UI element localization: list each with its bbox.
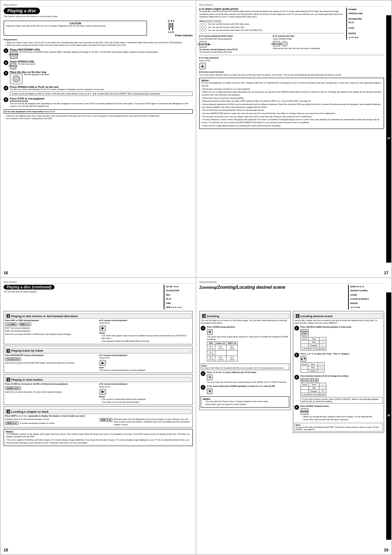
resume-title-fast: ■ To resume normal playback	[99, 319, 192, 322]
bottom-left-subtitle: You can play discs at various speeds.	[4, 291, 162, 293]
remote-btn-slow: SLOW ◄I I►	[166, 285, 193, 289]
search-icon: SEARCH JUMP	[301, 329, 309, 336]
locating-column: ☰ Locating desired scene Use the title, …	[293, 311, 384, 433]
locating-desc1b: To locate succeeding chapters or tracks.	[20, 422, 55, 425]
step-3-desc: With the playback side down	[24, 73, 49, 76]
step-3-num: 3	[4, 71, 8, 76]
note-item-6: • Do not move the unit during playback. …	[201, 109, 382, 112]
prep-item-1: When you want to view a disc, turn on th…	[5, 41, 193, 44]
remove-text: Press OPEN/CLOSE.	[273, 38, 344, 40]
skip-back-icon: SKIP ◄◄|	[99, 418, 113, 422]
wrong-number-note: • If you input a wrong number, press CLE…	[301, 397, 383, 404]
zoom-icon-2: ⊕	[207, 388, 213, 394]
note-item-2: • When you set a single-faced disc label…	[201, 91, 382, 96]
zoom-table: DVD Video CD JPEG CD Q.1(×1.5) Q.1(×1.5)…	[207, 341, 238, 361]
locating-during: Press SKIP |◄◄ or ►► repeatedly to displ…	[5, 415, 191, 417]
fwd-btn: FWD ►►	[19, 323, 31, 326]
resume-text-frame: Press PLAY.	[99, 357, 192, 359]
remote-btn-pause: PAUSE/STEP	[166, 289, 193, 293]
page-title-top-left: Playing a disc	[4, 8, 40, 14]
pause-block: ■ To pause playback (still mode) Press P…	[199, 35, 271, 53]
step-2: 2 Press OPEN/CLOSE. OPEN/CLOSE The disc …	[4, 60, 193, 69]
step-5-subtitle: ■ Resuming facility	[10, 100, 193, 102]
power-diagram: 2, 4 3 1 4 5 Power indicator	[149, 20, 193, 37]
rev-btn: ◄◄ REV	[5, 323, 17, 326]
note-item-3: • Some discs may not work the resuming f…	[201, 97, 382, 100]
pause-text: Press PAUSE/STEP during playback.	[199, 38, 271, 40]
locating-bottom-note: Note: In case of the Video CD playback w…	[294, 423, 383, 432]
note-item-4: • Resuming cannot function when you play…	[201, 100, 382, 103]
step-5-subdesc: The unit records the stopped point, depe…	[10, 102, 193, 108]
notes-title-slow: Notes:	[99, 396, 192, 398]
locating-chapter-section: ☰ Locating a chapter or track Press SKIP…	[4, 406, 193, 428]
remote-btn-zoom: ZOOM	[350, 293, 379, 297]
locating-step-2-title: Press ▲ or ▼ to select the 'Time', 'Titl…	[301, 353, 383, 355]
preparations-list: When you want to view a disc, turn on th…	[4, 41, 193, 47]
pause-play-label: II▶	[208, 43, 211, 45]
fast-notes: The DVD video player mutes sound and sub…	[99, 335, 192, 343]
stop-title: ■ To stop playback	[199, 57, 384, 60]
locating-chapter-title: ☰ Locating a chapter or track	[5, 409, 191, 414]
resume-text-slow: Press PLAY.	[99, 386, 192, 388]
remote-btn-arrows: ▲/▼/◄/►	[350, 305, 379, 309]
step-4-desc: The disc tray closes automatically. On t…	[10, 88, 193, 91]
diagram-sub: 1 4 5	[149, 31, 193, 33]
pause-title: ■ To pause playback (still mode)	[199, 35, 271, 38]
remote-btn-play: PLAY	[166, 297, 193, 301]
step-1-icon: ON/STANDBY	[10, 51, 18, 59]
zoom-step-3: 3 In the zoom mode press ZOOM repeatedly…	[201, 385, 289, 395]
locating-step-3-num: 3	[294, 375, 299, 380]
bottom-right-title: Zooming/Zooming/Locating desired scene	[199, 285, 346, 290]
note-item-9: • In many instances, a menu screen will …	[201, 118, 382, 124]
caution-title: CAUTION	[6, 22, 145, 25]
locating-step-1: 1 Press SEARCH (JUMP) during playback or…	[294, 326, 383, 351]
preparations-title: Preparations:	[4, 39, 193, 41]
diagram-numbers: 2, 4 3	[149, 20, 193, 22]
ctrl-stop: STOP	[348, 26, 379, 30]
resume-title-frame: ■ To resume normal playback	[99, 354, 192, 357]
zoom-step-1: 1 Press ZOOM during playback. ⊕ The cent…	[201, 326, 289, 362]
locating-step-2-num: 2	[294, 353, 299, 357]
fast-reverse-section: ☰ Playing in fast reverse or fast forwar…	[4, 311, 193, 344]
num-0: 0	[301, 378, 305, 382]
stop-icon: ■	[199, 63, 206, 69]
remote-buttons-bottom-right: DISPLAY 0–9 SEARCH (JUMP) ZOOM CLEAR (CA…	[348, 285, 379, 309]
caution-box: CAUTION Keep your fingers well clear of …	[4, 21, 147, 36]
note-item-10: • There may be a slight delay between yo…	[201, 125, 382, 127]
slow-during: Press SLOW (I►) Forward or SLOW (◄I) Rev…	[5, 383, 97, 385]
bottom-right-label: Advanced playback	[199, 281, 384, 284]
zoom-col-dvd: DVD	[207, 342, 215, 345]
caution-text: Keep your fingers well clear of the disc…	[6, 25, 145, 27]
zoom-step-3-num: 3	[201, 385, 205, 390]
slow-motion-section: ☰ Playing in slow-motion Press SLOW (I►)…	[4, 374, 193, 405]
notes-box-top-right: Notes: If a non-compatible disc is loade…	[199, 78, 384, 129]
zoom-step-2: 2 Press ▲/▼/◄/► to view a different part…	[201, 371, 289, 384]
locating-desc: Use the title, chapter and time recorded…	[294, 319, 383, 324]
fast-reverse-title: ☰ Playing in fast reverse or fast forwar…	[5, 313, 191, 319]
screensaver-text: The screen saver operates when you leave…	[199, 74, 384, 76]
pause-step-icon: PAUSE/STEP	[199, 41, 207, 48]
fast-note-1: The playback speed may differ depending …	[101, 340, 192, 343]
power-indicator-label: Power indicator	[149, 34, 193, 37]
zoom-row-2-0: Q.3(×2.0)	[207, 356, 215, 361]
jump-table-3: Jump Time —— Title ——	[301, 383, 327, 396]
pal-note: Note: In case of the Video CD recorded w…	[201, 364, 289, 370]
note-item-1: • Some discs may take a minute or so to …	[201, 88, 382, 91]
frame-section: ☰ Playing frame by frame Press PAUSE/STE…	[4, 346, 193, 373]
zoom-step-2-num: 2	[201, 371, 205, 376]
step-3: 3 Place the disc on the disc tray. With …	[4, 71, 193, 84]
stop-text: Press STOP.	[199, 60, 384, 62]
zooming-column: ☰ Zooming This unit will allow you to zo…	[199, 311, 291, 433]
frame-desc: Each time you press the PAUSE/STEP butto…	[5, 362, 97, 364]
step-2-icon: OPEN/CLOSE	[10, 63, 16, 69]
page-num-19: 19	[384, 548, 388, 552]
ctrl-pause: PAUSE/STEPPLAY	[348, 17, 379, 25]
step-1: 1 Press ON/STANDBY (I/O). ON/STANDBY The…	[4, 48, 193, 59]
ctrl-power: POWEROPEN/CLOSE	[348, 8, 379, 16]
resume-text-fast: Press PLAY.	[99, 322, 192, 324]
zoom-row-1-2	[226, 351, 237, 356]
slow-desc: Each time you press the button, the slow…	[5, 391, 97, 393]
step-2-title: Press OPEN/CLOSE.	[10, 60, 193, 63]
page-top-right: Basic playback E POWEROPEN/CLOSE PAUSE/S…	[196, 0, 392, 278]
zoom-row-0-0: Q.1(×1.5)	[207, 345, 215, 351]
